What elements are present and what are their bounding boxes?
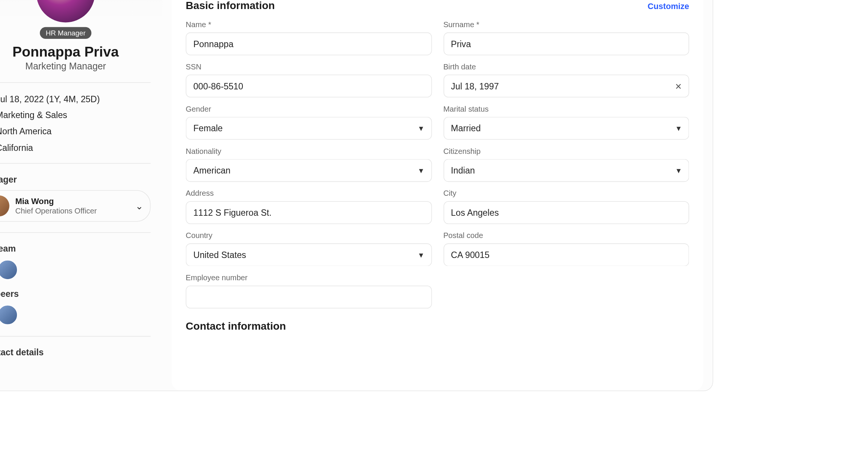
input-birth[interactable]: [443, 75, 689, 98]
profile-summary: HR Manager Ponnappa Priva Marketing Mana…: [0, 0, 162, 390]
label-postal: Postal code: [443, 231, 689, 240]
profile-avatar[interactable]: [36, 0, 95, 22]
team-label: My team: [0, 243, 150, 253]
select-citizenship[interactable]: Indian: [443, 159, 689, 182]
label-citizenship: Citizenship: [443, 147, 689, 155]
label-marital: Marital status: [443, 104, 689, 113]
form-panel: Basic information Customize Name * Surna…: [172, 0, 703, 390]
input-emp-no[interactable]: [186, 286, 432, 309]
input-city[interactable]: [443, 201, 689, 224]
label-nationality: Nationality: [186, 147, 432, 155]
select-nationality[interactable]: American: [186, 159, 432, 182]
select-marital[interactable]: Married: [443, 117, 689, 140]
chevron-down-icon[interactable]: ⌄: [135, 200, 143, 212]
label-surname: Surname *: [443, 20, 689, 29]
input-surname[interactable]: [443, 32, 689, 55]
department-row: 🏷Marketing & Sales: [0, 110, 150, 120]
label-city: City: [443, 189, 689, 198]
input-name[interactable]: [186, 32, 432, 55]
contact-section-title: Contact information: [186, 320, 689, 333]
location-row: 📍California: [0, 142, 150, 152]
input-address[interactable]: [186, 201, 432, 224]
main-area: HR Manager Ponnappa Priva Marketing Mana…: [0, 0, 713, 390]
input-postal[interactable]: [443, 243, 689, 266]
manager-card[interactable]: Mia Wong Chief Operations Officer ⌄: [0, 190, 150, 222]
clear-birth-icon[interactable]: ✕: [675, 81, 682, 91]
label-name: Name *: [186, 20, 432, 29]
peers-avatars[interactable]: [0, 304, 150, 326]
app-window: talent HR TuesdayDec 13, 2022 Book time …: [0, 0, 713, 391]
label-country: Country: [186, 231, 432, 240]
manager-avatar: [0, 195, 9, 217]
manager-name: Mia Wong: [15, 197, 97, 206]
customize-link[interactable]: Customize: [648, 1, 689, 11]
select-country[interactable]: United States: [186, 243, 432, 266]
profile-title: Marketing Manager: [0, 61, 150, 72]
content: Personal Education Job My documents My t…: [162, 0, 712, 390]
peers-label: My peers: [0, 289, 150, 298]
label-birth: Birth date: [443, 62, 689, 71]
label-emp-no: Employee number: [186, 273, 432, 282]
contact-details-label: Contact details: [0, 347, 150, 357]
section-title: Basic information: [186, 0, 275, 12]
manager-label: Manager: [0, 174, 150, 184]
label-gender: Gender: [186, 104, 432, 113]
role-chip: HR Manager: [40, 27, 92, 39]
input-ssn[interactable]: [186, 75, 432, 98]
team-avatars[interactable]: [0, 259, 150, 280]
profile-name: Ponnappa Priva: [0, 43, 150, 60]
region-row: 💼North America: [0, 126, 150, 136]
label-address: Address: [186, 189, 432, 198]
select-gender[interactable]: Female: [186, 117, 432, 140]
manager-title: Chief Operations Officer: [15, 206, 97, 215]
body: ▦Home 👥People 🗎Documents 💻AssetsNEW ▦Cal…: [0, 0, 713, 390]
label-ssn: SSN: [186, 62, 432, 71]
hired-row: 📅Jul 18, 2022 (1Y, 4M, 25D): [0, 93, 150, 104]
